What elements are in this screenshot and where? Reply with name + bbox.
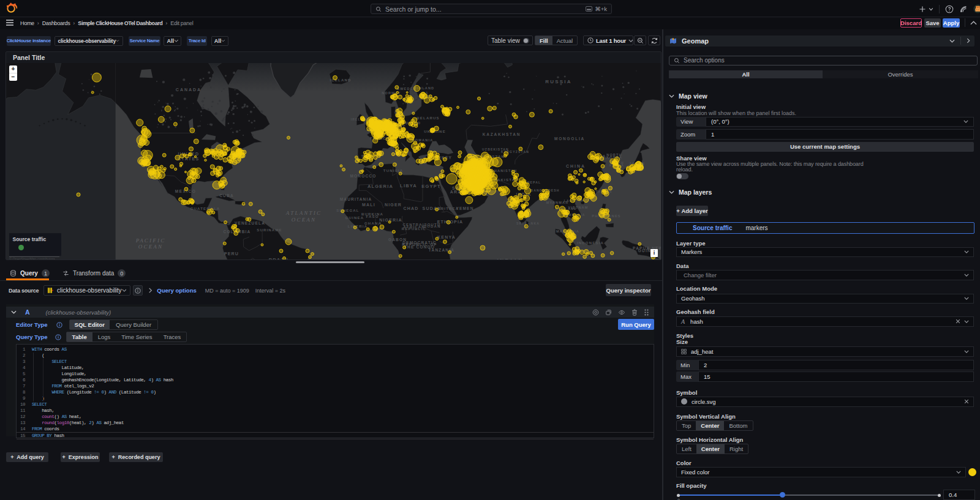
- svg-text:SWEDEN: SWEDEN: [397, 87, 416, 91]
- svg-text:ATLANTIC: ATLANTIC: [285, 210, 322, 216]
- svg-text:OCEAN: OCEAN: [138, 244, 164, 250]
- svg-text:SENEGAL: SENEGAL: [336, 209, 359, 212]
- svg-text:CHINA: CHINA: [566, 164, 586, 168]
- svg-text:GUATEMALA: GUATEMALA: [190, 207, 221, 211]
- svg-text:MOROCCO: MOROCCO: [350, 174, 376, 178]
- svg-text:INDONESIA: INDONESIA: [577, 241, 604, 245]
- svg-text:NIGER: NIGER: [385, 203, 402, 207]
- svg-text:ALGERIA: ALGERIA: [368, 184, 393, 189]
- svg-text:BRAZIL: BRAZIL: [269, 257, 290, 259]
- svg-text:FASO: FASO: [366, 215, 379, 218]
- svg-text:UZBEKISTAN: UZBEKISTAN: [482, 147, 509, 151]
- svg-text:SRI LANKA: SRI LANKA: [516, 222, 540, 225]
- svg-text:YEMEN: YEMEN: [456, 206, 473, 211]
- svg-text:OCEAN: OCEAN: [292, 217, 317, 223]
- svg-text:REPUBLIC: REPUBLIC: [402, 227, 426, 231]
- svg-text:PACIFIC: PACIFIC: [135, 237, 166, 244]
- svg-text:LIBYA: LIBYA: [400, 183, 417, 188]
- svg-text:BELARUS: BELARUS: [417, 116, 439, 120]
- svg-text:MONGOLIA: MONGOLIA: [554, 136, 585, 141]
- svg-text:NEPAL: NEPAL: [527, 181, 541, 184]
- svg-text:RUSSIA: RUSSIA: [545, 79, 571, 84]
- svg-text:VENEZUELA: VENEZUELA: [235, 221, 265, 225]
- svg-text:CUBA: CUBA: [219, 193, 234, 198]
- svg-text:MAURITANIA: MAURITANIA: [340, 197, 372, 201]
- svg-text:VIETNAM: VIETNAM: [568, 206, 588, 209]
- svg-text:KENYA: KENYA: [437, 235, 456, 239]
- svg-text:LIBERIA: LIBERIA: [348, 225, 368, 228]
- svg-text:EGYPT: EGYPT: [421, 184, 440, 189]
- svg-text:CANADA: CANADA: [176, 88, 202, 92]
- svg-text:SUDAN: SUDAN: [424, 225, 440, 228]
- svg-text:CHAD: CHAD: [403, 206, 418, 211]
- svg-text:MALI: MALI: [362, 203, 375, 207]
- svg-text:GUINEA: GUINEA: [345, 216, 364, 220]
- svg-text:INDIAN: INDIAN: [496, 258, 522, 259]
- svg-text:SURINAME: SURINAME: [257, 228, 282, 232]
- svg-text:KAZAKHSTAN: KAZAKHSTAN: [483, 132, 521, 136]
- svg-text:PERU: PERU: [224, 252, 239, 256]
